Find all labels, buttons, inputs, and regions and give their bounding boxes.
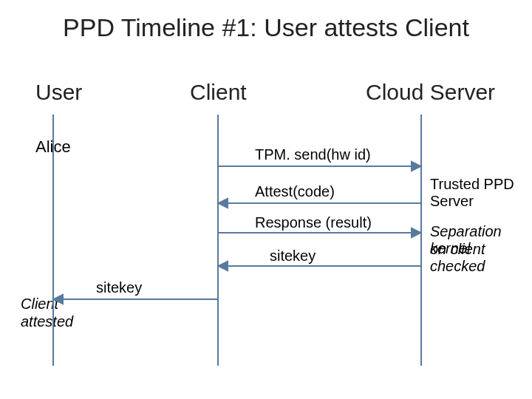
note-client-attested-l2: attested bbox=[21, 313, 73, 330]
msg-sitekey-server-to-client: sitekey bbox=[270, 248, 316, 265]
note-trusted-ppd-server: Trusted PPD Server bbox=[430, 176, 532, 210]
col-user: User bbox=[35, 80, 82, 105]
col-server: Cloud Server bbox=[366, 80, 495, 105]
msg-sitekey-client-to-user: sitekey bbox=[96, 279, 142, 296]
note-client-attested-l1: Client bbox=[21, 296, 58, 313]
note-separation-kernel-l2: on client checked bbox=[430, 241, 532, 275]
msg-tpm-send: TPM. send(hw id) bbox=[255, 146, 371, 163]
msg-response: Response (result) bbox=[255, 214, 372, 231]
actor-alice: Alice bbox=[35, 137, 71, 157]
slide-title: PPD Timeline #1: User attests Client bbox=[0, 13, 532, 42]
msg-attest: Attest(code) bbox=[255, 183, 335, 200]
col-client: Client bbox=[190, 80, 247, 105]
